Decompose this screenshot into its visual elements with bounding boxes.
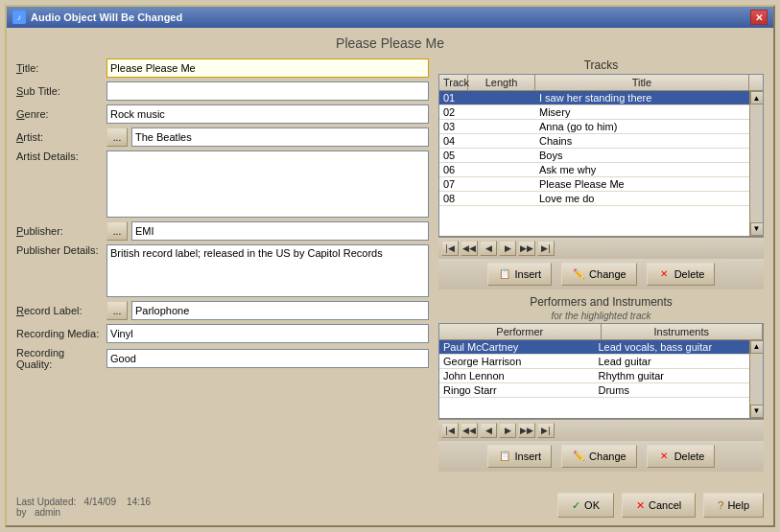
artist-details-row: Artist Details: (16, 150, 429, 218)
artist-details-input[interactable] (106, 150, 429, 218)
table-row[interactable]: John Lennon Rhythm guitar (439, 369, 749, 383)
performers-last-button[interactable]: ▶| (537, 423, 555, 438)
artist-input[interactable] (131, 127, 429, 147)
main-window: ♪ Audio Object Will Be Changed ✕ Please … (5, 5, 775, 527)
tracks-first-button[interactable]: |◀ (441, 241, 459, 256)
footer-buttons: ✓ OK ✕ Cancel ? Help (557, 493, 764, 518)
cancel-button[interactable]: ✕ Cancel (622, 493, 696, 518)
table-row[interactable]: 03 Anna (go to him) (439, 120, 749, 134)
tracks-title: Tracks (438, 58, 764, 72)
tracks-scrollbar[interactable]: ▲ ▼ (749, 91, 763, 236)
scroll-up-arrow[interactable]: ▲ (750, 340, 764, 354)
tracks-section: Tracks Track Length Title 01 (438, 58, 764, 289)
user-value: admin (35, 507, 60, 518)
change-icon: ✏️ (572, 450, 585, 463)
performers-action-bar: 📋 Insert ✏️ Change ✕ Delete (438, 441, 764, 472)
publisher-details-input[interactable]: British record label; released in the US… (106, 244, 429, 297)
title-label: Title: (16, 62, 103, 74)
scroll-down-arrow[interactable]: ▼ (750, 222, 764, 236)
help-label: Help (727, 499, 749, 511)
tracks-table-body[interactable]: 01 I saw her standing there 02 Misery (439, 91, 749, 236)
table-row[interactable]: George Harrison Lead guitar (439, 355, 749, 369)
tracks-delete-label: Delete (674, 268, 705, 280)
publisher-input[interactable] (131, 221, 429, 241)
publisher-label: Publisher: (16, 225, 103, 237)
change-icon: ✏️ (572, 267, 585, 281)
performers-change-label: Change (589, 451, 626, 462)
performers-table-body[interactable]: Paul McCartney Lead vocals, bass guitar … (439, 340, 749, 418)
performers-section: Performers and Instruments for the highl… (438, 295, 764, 487)
footer: Last Updated: 4/14/09 14:16 by admin ✓ O… (16, 493, 764, 518)
last-updated-time: 14:16 (127, 497, 151, 507)
performers-title: Performers and Instruments (438, 295, 764, 309)
tracks-prev-one-button[interactable]: ◀ (480, 241, 497, 256)
dialog-title: Please Please Me (16, 35, 764, 51)
publisher-browse-button[interactable]: ... (106, 221, 128, 241)
table-row[interactable]: 02 Misery (439, 105, 749, 120)
table-row[interactable]: 08 Love me do (439, 192, 749, 206)
recording-quality-row: Recording Quality: (16, 347, 429, 370)
length-col-header: Length (468, 75, 535, 90)
table-row[interactable]: 01 I saw her standing there (439, 91, 749, 105)
tracks-prev-button[interactable]: ◀◀ (461, 241, 478, 256)
genre-input[interactable] (106, 104, 429, 124)
scroll-up-arrow[interactable]: ▲ (750, 91, 764, 104)
performers-change-button[interactable]: ✏️ Change (561, 445, 637, 468)
record-label-input[interactable] (131, 301, 429, 320)
tracks-insert-label: Insert (515, 268, 542, 280)
subtitle-row: Sub Title: (16, 81, 429, 101)
tracks-last-button[interactable]: ▶| (537, 241, 555, 256)
scroll-down-arrow[interactable]: ▼ (750, 405, 764, 418)
performers-insert-button[interactable]: 📋 Insert (487, 445, 553, 468)
artist-browse-button[interactable]: ... (106, 127, 128, 147)
delete-icon: ✕ (657, 450, 671, 463)
record-label-browse-button[interactable]: ... (106, 301, 128, 320)
performers-prev-button[interactable]: ◀◀ (461, 423, 478, 438)
performers-delete-button[interactable]: ✕ Delete (647, 445, 716, 468)
performers-subtitle: for the highlighted track (438, 311, 764, 321)
publisher-details-row: Publisher Details: British record label;… (16, 244, 429, 297)
performers-next-button[interactable]: ▶▶ (518, 423, 535, 438)
title-input[interactable] (106, 58, 429, 78)
insert-icon: 📋 (498, 450, 511, 463)
tracks-next-one-button[interactable]: ▶ (499, 241, 516, 256)
recording-quality-input[interactable] (106, 349, 429, 368)
close-button[interactable]: ✕ (750, 10, 768, 25)
artist-details-label: Artist Details: (16, 150, 103, 162)
ok-button[interactable]: ✓ OK (557, 493, 614, 518)
tracks-delete-button[interactable]: ✕ Delete (647, 263, 716, 286)
recording-media-row: Recording Media: (16, 324, 429, 343)
window-icon: ♪ (12, 11, 26, 24)
tracks-next-button[interactable]: ▶▶ (518, 241, 535, 256)
performers-first-button[interactable]: |◀ (441, 423, 459, 438)
genre-label: Genre: (16, 108, 103, 120)
track-col-header: Track (439, 75, 468, 90)
tracks-nav-bar: |◀ ◀◀ ◀ ▶ ▶▶ ▶| (438, 237, 764, 259)
table-row[interactable]: 07 Please Please Me (439, 177, 749, 192)
table-row[interactable]: 04 Chains (439, 134, 749, 149)
performers-prev-one-button[interactable]: ◀ (480, 423, 497, 438)
recording-media-input[interactable] (106, 324, 429, 343)
tracks-change-button[interactable]: ✏️ Change (561, 263, 637, 286)
table-row[interactable]: Ringo Starr Drums (439, 383, 749, 398)
tracks-change-label: Change (589, 268, 626, 280)
title-col-header: Title (535, 75, 749, 90)
tracks-action-bar: 📋 Insert ✏️ Change ✕ Delete (438, 259, 764, 289)
performers-next-one-button[interactable]: ▶ (499, 423, 516, 438)
tracks-table: Track Length Title 01 I saw her standing… (438, 74, 764, 237)
performers-insert-label: Insert (515, 451, 542, 462)
table-row[interactable]: 06 Ask me why (439, 163, 749, 177)
performers-table: Performer Instruments Paul McCartney Lea… (438, 323, 764, 419)
record-label-row: Record Label: ... (16, 301, 429, 320)
ok-label: OK (584, 499, 600, 511)
tracks-insert-button[interactable]: 📋 Insert (487, 263, 553, 286)
table-row[interactable]: Paul McCartney Lead vocals, bass guitar (439, 340, 749, 355)
title-row: Title: (16, 58, 429, 78)
footer-info: Last Updated: 4/14/09 14:16 by admin (16, 497, 151, 518)
help-button[interactable]: ? Help (703, 493, 764, 518)
publisher-details-label: Publisher Details: (16, 244, 103, 256)
table-row[interactable]: 05 Boys (439, 149, 749, 163)
performers-nav-bar: |◀ ◀◀ ◀ ▶ ▶▶ ▶| (438, 419, 764, 441)
subtitle-input[interactable] (106, 81, 429, 101)
performers-scrollbar[interactable]: ▲ ▼ (749, 340, 763, 418)
